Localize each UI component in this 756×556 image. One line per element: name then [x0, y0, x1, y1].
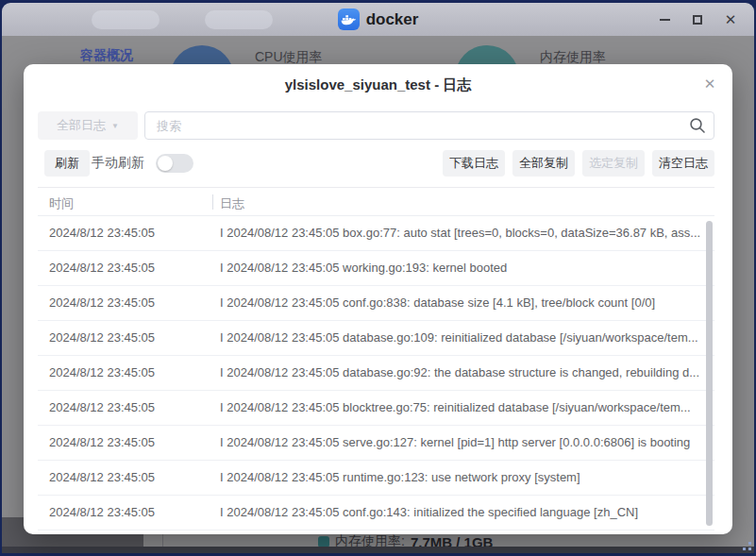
window-close-icon: ✕: [725, 12, 737, 26]
row-time: 2024/8/12 23:45:05: [49, 261, 155, 275]
maximize-button[interactable]: [685, 8, 710, 32]
row-log: I 2024/08/12 23:45:05 runtime.go:123: us…: [220, 470, 707, 484]
row-log: I 2024/08/12 23:45:05 database.go:92: th…: [220, 365, 707, 379]
row-time: 2024/8/12 23:45:05: [49, 505, 155, 519]
dialog-close-icon: ✕: [704, 76, 716, 93]
minimize-button[interactable]: [652, 8, 677, 32]
table-row[interactable]: 2024/8/12 23:45:05 I 2024/08/12 23:45:05…: [24, 391, 732, 426]
clear-logs-button[interactable]: 清空日志: [652, 150, 714, 177]
toggle-knob: [158, 156, 173, 171]
row-log: I 2024/08/12 23:45:05 conf.go:143: initi…: [220, 505, 707, 519]
window-close-button[interactable]: ✕: [718, 8, 743, 32]
log-filter-label: 全部日志: [57, 117, 106, 134]
search-input[interactable]: [144, 111, 714, 140]
window-titlebar: docker ✕: [2, 3, 754, 36]
column-header-log: 日志: [220, 195, 244, 212]
log-rows: 2024/8/12 23:45:05 I 2024/08/12 23:45:05…: [24, 216, 732, 534]
table-row[interactable]: 2024/8/12 23:45:05 I 2024/08/12 23:45:05…: [24, 216, 732, 251]
copy-all-button[interactable]: 全部复制: [512, 150, 575, 177]
table-row[interactable]: 2024/8/12 23:45:05 I 2024/08/12 23:45:05…: [24, 496, 732, 531]
row-log: I 2024/08/12 23:45:05 working.go:193: ke…: [220, 261, 707, 275]
row-log: I 2024/08/12 23:45:05 database.go:109: r…: [220, 330, 707, 345]
log-filter-select[interactable]: 全部日志 ▼: [38, 111, 138, 140]
row-time: 2024/8/12 23:45:05: [49, 470, 155, 484]
column-divider: [212, 194, 213, 210]
row-log: I 2024/08/12 23:45:05 conf.go:838: datab…: [220, 295, 707, 310]
log-dialog: ylsislove_siyuan_test - 日志 ✕ 全部日志 ▼ 刷新 手…: [24, 64, 732, 534]
search-icon: [689, 117, 706, 134]
row-time: 2024/8/12 23:45:05: [49, 295, 155, 310]
dialog-title: ylsislove_siyuan_test - 日志: [24, 76, 732, 94]
manual-refresh-toggle[interactable]: [156, 154, 193, 173]
table-row[interactable]: 2024/8/12 23:45:05 I 2024/08/12 23:45:05…: [24, 321, 732, 356]
maximize-icon: [693, 15, 702, 25]
table-row[interactable]: 2024/8/12 23:45:05 I 2024/08/12 23:45:05…: [24, 286, 732, 321]
column-header-time: 时间: [49, 195, 74, 212]
dialog-close-button[interactable]: ✕: [699, 74, 720, 94]
row-time: 2024/8/12 23:45:05: [49, 330, 155, 345]
row-log: I 2024/08/12 23:45:05 serve.go:127: kern…: [220, 435, 707, 449]
bottom-strip: [2, 547, 754, 553]
refresh-button[interactable]: 刷新: [44, 150, 90, 177]
table-row[interactable]: 2024/8/12 23:45:05 I 2024/08/12 23:45:05…: [24, 356, 732, 391]
row-log: I 2024/08/12 23:45:05 box.go:77: auto st…: [220, 226, 707, 240]
row-log: I 2024/08/12 23:45:05 blocktree.go:75: r…: [220, 400, 707, 414]
log-table-header: 时间 日志: [24, 188, 732, 216]
chevron-down-icon: ▼: [111, 122, 119, 130]
table-row[interactable]: 2024/8/12 23:45:05 I 2024/08/12 23:45:05…: [24, 426, 732, 461]
minimize-icon: [660, 19, 670, 21]
window-title: docker: [366, 10, 419, 29]
table-row[interactable]: 2024/8/12 23:45:05 I 2024/08/12 23:45:05…: [24, 251, 732, 286]
row-time: 2024/8/12 23:45:05: [49, 400, 155, 414]
row-time: 2024/8/12 23:45:05: [49, 435, 155, 449]
resize-grip-icon[interactable]: [740, 539, 751, 550]
scrollbar-thumb[interactable]: [706, 221, 713, 526]
docker-logo-icon: [338, 8, 360, 30]
row-time: 2024/8/12 23:45:05: [49, 226, 155, 240]
table-row[interactable]: 2024/8/12 23:45:05 I 2024/08/12 23:45:05…: [24, 461, 732, 496]
row-time: 2024/8/12 23:45:05: [49, 365, 155, 379]
manual-refresh-label: 手动刷新: [92, 155, 144, 172]
download-logs-button[interactable]: 下载日志: [443, 150, 505, 177]
copy-selected-button: 选定复制: [582, 150, 645, 177]
app-window: docker ✕ 容器概况 CPU使用率 内存使用率 内存使用率: 7.7MB …: [0, 0, 756, 556]
